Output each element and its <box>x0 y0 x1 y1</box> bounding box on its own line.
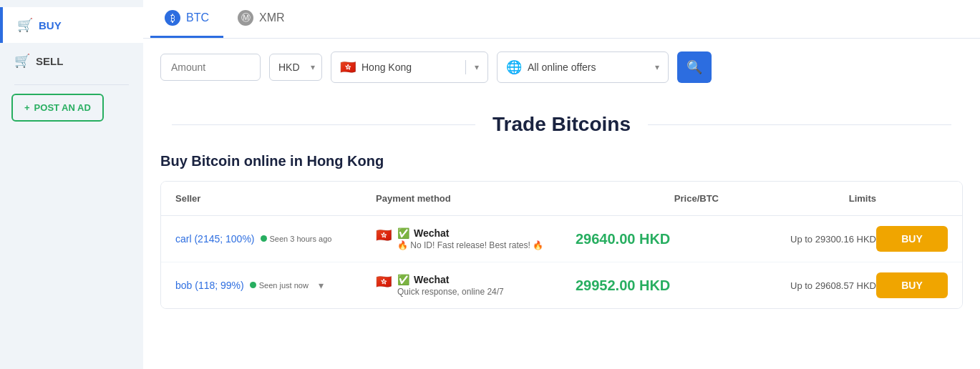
plus-icon: + <box>24 102 30 113</box>
filter-bar: HKD USD EUR ▾ 🇭🇰 Hong Kong ▾ 🌐 All onlin… <box>143 39 980 96</box>
buy-button-2[interactable]: BUY <box>876 272 948 298</box>
post-ad-button[interactable]: + POST AN AD <box>11 94 104 122</box>
payment-name-row-2: ✅ Wechat <box>397 274 504 285</box>
payment-cell-2: 🇭🇰 ✅ Wechat Quick response, online 24/7 <box>376 274 576 297</box>
trade-title: Trade Bitcoins <box>475 113 648 136</box>
seller-cell-2: bob (118; 99%) Seen just now ▾ <box>175 280 376 291</box>
sidebar-item-sell[interactable]: 🛒 SELL <box>0 43 143 79</box>
trade-title-area: Trade Bitcoins <box>143 96 980 153</box>
status-text-2: Seen just now <box>259 280 309 290</box>
tab-bar: ₿ BTC Ⓜ XMR <box>143 0 980 39</box>
check-icon-2: ✅ <box>397 274 409 285</box>
amount-input[interactable] <box>160 54 261 81</box>
table-row: carl (2145; 100%) Seen 3 hours ago 🇭🇰 ✅ … <box>161 216 962 262</box>
offer-type-text: All online offers <box>528 62 649 73</box>
tab-btc-label: BTC <box>186 11 209 24</box>
header-seller: Seller <box>175 189 376 208</box>
sidebar-divider <box>14 84 129 85</box>
title-line-left <box>172 124 475 125</box>
offer-chevron-icon: ▾ <box>655 62 659 72</box>
payment-desc-2: Quick response, online 24/7 <box>397 287 504 297</box>
title-line-right <box>648 124 951 125</box>
tab-xmr[interactable]: Ⓜ XMR <box>223 0 299 38</box>
globe-icon: 🌐 <box>506 59 522 75</box>
payment-cell-1: 🇭🇰 ✅ Wechat 🔥 No ID! Fast release! Best … <box>376 227 576 250</box>
payment-info-2: ✅ Wechat Quick response, online 24/7 <box>397 274 504 297</box>
offer-type-selector[interactable]: 🌐 All online offers ▾ <box>497 51 669 83</box>
payment-name-2: Wechat <box>414 274 450 285</box>
status-dot-2 <box>250 282 256 288</box>
sidebar-item-buy-label: BUY <box>39 19 62 31</box>
search-button[interactable]: 🔍 <box>677 51 712 83</box>
xmr-icon: Ⓜ <box>238 10 253 26</box>
status-text-1: Seen 3 hours ago <box>270 234 332 244</box>
limits-cell-1: Up to 29300.16 HKD <box>719 234 876 245</box>
tab-xmr-label: XMR <box>259 11 285 24</box>
location-selector[interactable]: 🇭🇰 Hong Kong ▾ <box>331 51 488 83</box>
buy-button-1[interactable]: BUY <box>876 226 948 252</box>
offers-table: Seller Payment method Price/BTC Limits c… <box>160 181 963 309</box>
sidebar-item-sell-label: SELL <box>36 55 63 67</box>
buy-icon: 🛒 <box>17 17 33 33</box>
seller-status-1: Seen 3 hours ago <box>261 234 332 244</box>
currency-select-wrapper: HKD USD EUR ▾ <box>269 54 322 81</box>
tab-btc[interactable]: ₿ BTC <box>150 0 223 38</box>
seller-link-1[interactable]: carl (2145; 100%) <box>175 233 255 245</box>
btc-icon: ₿ <box>165 10 180 26</box>
status-dot-1 <box>261 235 267 242</box>
header-action <box>876 189 948 208</box>
sell-icon: 🛒 <box>14 53 30 69</box>
search-icon: 🔍 <box>687 59 702 75</box>
price-cell-1: 29640.00 HKD <box>576 231 719 247</box>
table-section: Buy Bitcoin online in Hong Kong Seller P… <box>143 153 980 326</box>
section-subtitle: Buy Bitcoin online in Hong Kong <box>160 153 963 169</box>
sidebar: 🛒 BUY 🛒 SELL + POST AN AD <box>0 0 143 369</box>
payment-name-1: Wechat <box>414 227 450 239</box>
sidebar-item-buy[interactable]: 🛒 BUY <box>0 7 143 43</box>
seller-status-2: Seen just now <box>250 280 309 290</box>
currency-select[interactable]: HKD USD EUR <box>269 54 322 81</box>
location-text: Hong Kong <box>362 62 457 73</box>
payment-flag-2: 🇭🇰 <box>376 274 392 290</box>
payment-desc-1: 🔥 No ID! Fast release! Best rates! 🔥 <box>397 240 543 250</box>
header-price: Price/BTC <box>576 189 719 208</box>
location-divider <box>465 60 466 74</box>
table-row: bob (118; 99%) Seen just now ▾ 🇭🇰 ✅ Wech… <box>161 262 962 308</box>
location-chevron-icon: ▾ <box>475 62 479 72</box>
seller-cell-1: carl (2145; 100%) Seen 3 hours ago <box>175 233 376 245</box>
post-ad-label: POST AN AD <box>34 102 91 113</box>
limits-cell-2: Up to 29608.57 HKD <box>719 280 876 291</box>
main-content: ₿ BTC Ⓜ XMR HKD USD EUR ▾ 🇭🇰 Hong Kong ▾… <box>143 0 980 369</box>
payment-name-row-1: ✅ Wechat <box>397 227 543 239</box>
header-limits: Limits <box>719 189 876 208</box>
payment-info-1: ✅ Wechat 🔥 No ID! Fast release! Best rat… <box>397 227 543 250</box>
price-cell-2: 29952.00 HKD <box>576 277 719 294</box>
seller-link-2[interactable]: bob (118; 99%) <box>175 280 244 291</box>
check-icon-1: ✅ <box>397 227 409 239</box>
header-payment: Payment method <box>376 189 576 208</box>
expand-icon-2[interactable]: ▾ <box>319 280 324 291</box>
location-flag-icon: 🇭🇰 <box>340 59 356 75</box>
table-header: Seller Payment method Price/BTC Limits <box>161 182 962 216</box>
payment-flag-1: 🇭🇰 <box>376 227 392 243</box>
